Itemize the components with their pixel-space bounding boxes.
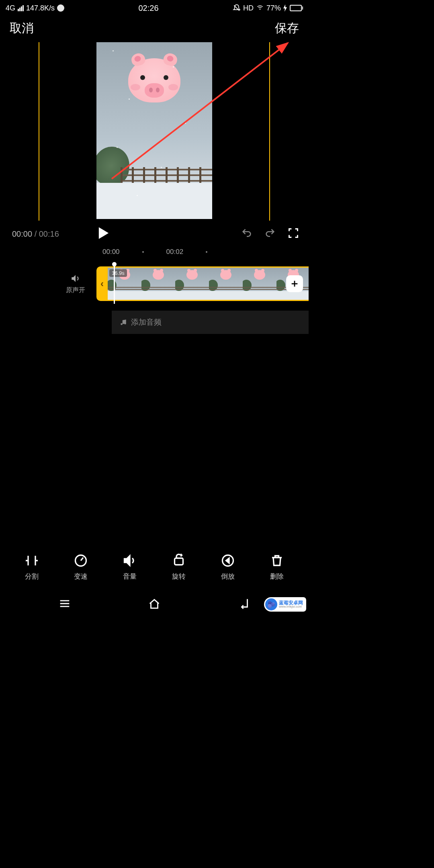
nav-home-button[interactable] — [147, 597, 161, 612]
signal-icon — [18, 5, 24, 11]
add-clip-button[interactable] — [286, 275, 303, 292]
music-note-icon — [120, 319, 127, 326]
playback-controls: 00:00 / 00:16 — [0, 221, 309, 242]
header: 取消 保存 — [0, 16, 309, 41]
reverse-icon — [221, 553, 235, 568]
preview-frame — [39, 42, 270, 221]
svg-rect-4 — [175, 558, 183, 565]
fullscreen-button[interactable] — [288, 227, 299, 240]
ruler-dot — [142, 251, 144, 253]
watermark-badge: 🫐 蓝莓安卓网 www.lmkjst.com — [264, 597, 306, 612]
tool-label: 倒放 — [221, 572, 235, 581]
tool-delete[interactable]: 删除 — [270, 553, 284, 581]
tool-rotate[interactable]: 旋转 — [172, 553, 186, 581]
status-left: 4G 147.8K/s — [6, 4, 64, 12]
speed-icon — [74, 553, 88, 568]
network-type-label: 4G — [6, 4, 15, 12]
status-bar: 4G 147.8K/s 02:26 HD 77% — [0, 0, 309, 16]
timeline: 原声开 ‹ 16.9s — [0, 266, 309, 301]
tool-reverse[interactable]: 倒放 — [221, 553, 235, 581]
svg-point-2 — [124, 323, 126, 325]
video-preview[interactable] — [96, 42, 212, 219]
watermark-logo-icon: 🫐 — [265, 598, 277, 610]
plus-icon — [290, 279, 299, 288]
timeline-thumb — [209, 268, 243, 300]
clip-trim-handle-left[interactable]: ‹ — [96, 266, 108, 301]
redo-button[interactable] — [264, 227, 276, 240]
clip-strip[interactable]: 16.9s — [108, 266, 309, 301]
time-display: 00:00 / 00:16 — [12, 229, 59, 239]
save-button[interactable]: 保存 — [275, 20, 299, 37]
bell-mute-icon — [233, 4, 241, 12]
current-time-label: 00:00 — [12, 229, 32, 238]
tool-label: 分割 — [25, 572, 39, 581]
timeline-thumb — [175, 268, 209, 300]
charging-icon — [283, 4, 287, 12]
pig-sticker — [128, 58, 180, 102]
data-speed-label: 147.8K/s — [26, 4, 55, 12]
svg-point-1 — [121, 323, 123, 325]
tool-speed[interactable]: 变速 — [74, 553, 88, 581]
clock-label: 02:26 — [138, 4, 158, 13]
preview-area — [0, 42, 309, 221]
tool-split[interactable]: 分割 — [25, 553, 39, 581]
clip-duration-badge: 16.9s — [109, 269, 127, 277]
cancel-button[interactable]: 取消 — [10, 20, 34, 37]
wifi-icon — [256, 4, 264, 13]
tool-label: 变速 — [74, 572, 88, 581]
ruler-dot — [206, 251, 207, 253]
original-sound-toggle[interactable]: 原声开 — [59, 266, 92, 301]
rotate-icon — [172, 553, 186, 568]
playhead[interactable] — [114, 264, 115, 304]
hd-label: HD — [243, 4, 254, 12]
trash-icon — [270, 553, 284, 568]
wechat-icon — [57, 4, 64, 12]
battery-icon — [290, 5, 303, 11]
volume-icon — [123, 553, 137, 568]
speaker-icon — [70, 273, 81, 284]
tool-label: 音量 — [123, 572, 137, 581]
timeline-thumb — [243, 268, 276, 300]
timeline-thumb — [141, 268, 175, 300]
split-icon — [25, 553, 39, 568]
play-button[interactable] — [98, 226, 110, 242]
ruler-tick-1: 00:02 — [166, 248, 184, 256]
watermark-url: www.lmkjst.com — [279, 605, 303, 608]
tool-volume[interactable]: 音量 — [123, 553, 137, 581]
total-time-label: 00:16 — [39, 229, 59, 238]
original-sound-label: 原声开 — [66, 286, 85, 295]
add-audio-button[interactable]: 添加音频 — [112, 311, 309, 334]
ruler-tick-0: 00:00 — [102, 248, 120, 256]
undo-button[interactable] — [241, 227, 252, 240]
time-separator: / — [35, 229, 37, 238]
nav-menu-button[interactable] — [58, 597, 72, 612]
edit-toolbar: 分割 变速 音量 旋转 倒放 删除 — [0, 553, 309, 581]
nav-back-button[interactable] — [237, 597, 251, 612]
system-nav-bar — [0, 592, 309, 617]
battery-pct-label: 77% — [266, 4, 281, 12]
tool-label: 删除 — [270, 572, 284, 581]
timeline-ruler: 00:00 00:02 — [0, 248, 309, 256]
tool-label: 旋转 — [172, 572, 186, 581]
add-audio-label: 添加音频 — [131, 317, 162, 328]
status-right: HD 77% — [233, 4, 303, 13]
